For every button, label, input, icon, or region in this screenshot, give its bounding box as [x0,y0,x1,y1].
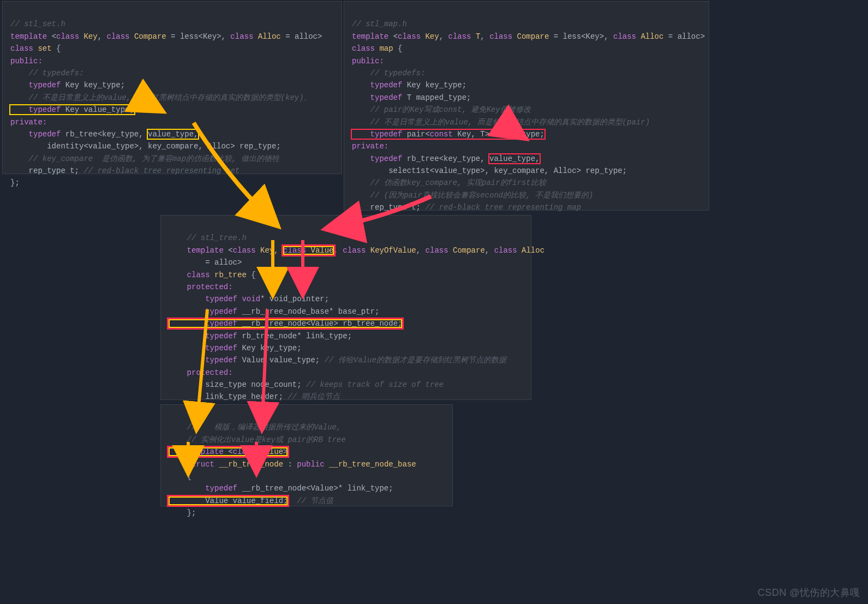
tok: , [98,32,107,41]
kw: class [10,44,38,53]
highlight-set-value-type-use: value_type, [148,130,198,139]
tok: , [439,32,448,41]
kw: class [106,32,134,41]
kw: typedef [169,344,242,352]
comment: // 实例化出value是key或 pair的RB tree [169,435,346,444]
kw: protected: [169,368,233,377]
tok: = alloc> [169,258,242,267]
kw: class [398,32,425,41]
highlight-set-value-type: typedef Key value_type; [10,105,134,114]
highlight-node-value-field: Value value_field; [169,497,288,505]
kw: class [233,246,260,255]
highlight-rbtree-node-typedef: typedef __rb_tree_node<Value> rb_tree_no… [169,319,402,328]
tok: { [251,271,255,279]
tok: rep_type t; [352,203,425,212]
kw: void [242,295,260,303]
kw: typedef [169,484,242,493]
tok: rb_tree<key_type, [65,130,148,139]
tok: rb_tree_node* link_type; [242,332,352,340]
kw: class [283,246,310,255]
tp: Key [260,246,274,255]
comment: // 模版，编译器根据所传过来的Value, [169,423,341,432]
kw: typedef [10,130,65,139]
tp: Alloc [258,32,281,41]
tok: , [485,246,494,255]
tok: Key, T> value_type; [457,130,544,139]
kw: class [613,32,640,41]
kw: private: [10,118,47,127]
comment: // 节点值 [288,497,333,505]
comment: // pair的Key写成const, 避免Key值被修改 [352,105,531,114]
tok: , [416,246,426,255]
tp: rb_tree [214,271,251,279]
kw: typedef [169,356,242,364]
tp: __rb_tree_node [219,460,283,469]
tok: rb_tree<key_type, [407,154,489,163]
comment: // (因为pair直接比较会兼容second的比较, 不是我们想要的) [352,191,593,200]
kw: class [494,246,522,255]
kw: class [352,44,379,53]
tp: Value [260,447,283,456]
kw: template [169,246,228,255]
kw: class [343,246,370,255]
tok: Key value_type; [65,105,134,114]
kw: typedef [169,295,242,303]
kw: typedef [169,319,242,328]
kw: protected: [169,283,233,291]
tok: , [480,32,489,41]
kw: private: [352,142,388,151]
kw: class [426,246,453,255]
code-panel-set: // stl_set.h template <class Key, class … [2,1,342,174]
tok: pair< [407,130,430,139]
code-panel-rbtree-node: // 模版，编译器根据所传过来的Value, // 实例化出value是key或… [160,404,453,506]
tok: { [56,44,61,53]
tp: map [379,44,398,53]
tok: __rb_tree_node_base* base_ptr; [242,307,379,316]
comment: // 仿函数key_compare, 实现pair的first比较 [352,178,546,187]
tp: Value [311,246,334,255]
kw: typedef [352,93,407,102]
tok: T mapped_type; [407,93,471,102]
comment: // 哨兵位节点 [288,392,339,401]
comment: // 不是日常意义上的value, 而是红黑树结点中存储的真实的数据的类型(pa… [352,118,650,127]
highlight-rbtree-class-value: class Value [283,246,333,255]
tok: { [398,44,402,53]
tok: rep_type t; [10,166,83,175]
kw: const [430,130,457,139]
tok: { [169,472,191,481]
tok: > [283,447,288,456]
tok: Value value_type; [242,356,324,364]
tok: Value value_field; [169,497,288,505]
comment: // key_compare 是仿函数, 为了兼容map的仿函数比较, 做出的牺… [10,154,279,163]
highlight-map-value-type: typedef pair<const Key, T> value_type; [352,130,544,139]
tok: Key key_type; [242,344,301,352]
kw: class [169,271,214,279]
kw: public [297,460,329,469]
comment: // red-black tree representing set [83,166,240,175]
tok: = alloc> [281,32,322,41]
comment: // keeps track of size of tree [306,380,444,389]
code-panel-map: // stl_map.h template <class Key, class … [344,1,709,211]
tok: }; [169,509,196,517]
kw: struct [169,460,219,469]
tok: < [393,32,398,41]
kw: public: [10,57,43,65]
tp: Compare [517,32,549,41]
tp: Alloc [522,246,544,255]
comment: // stl_tree.h [169,234,247,242]
kw: template [352,32,393,41]
kw: class [233,447,260,456]
kw: class [56,32,83,41]
tok: , [334,246,343,255]
code-panel-rbtree: // stl_tree.h template <class Key, class… [160,215,531,400]
kw: typedef [169,307,242,316]
tp: KeyOfValue [370,246,416,255]
kw: class [448,32,475,41]
watermark: CSDN @忧伤的大鼻嘎 [758,585,860,601]
tok: = less<Key>, [549,32,613,41]
tp: __rb_tree_node_base [329,460,416,469]
tp: Key [83,32,97,41]
tok: < [52,32,56,41]
tok: < [228,447,232,456]
tok: < [228,246,232,255]
